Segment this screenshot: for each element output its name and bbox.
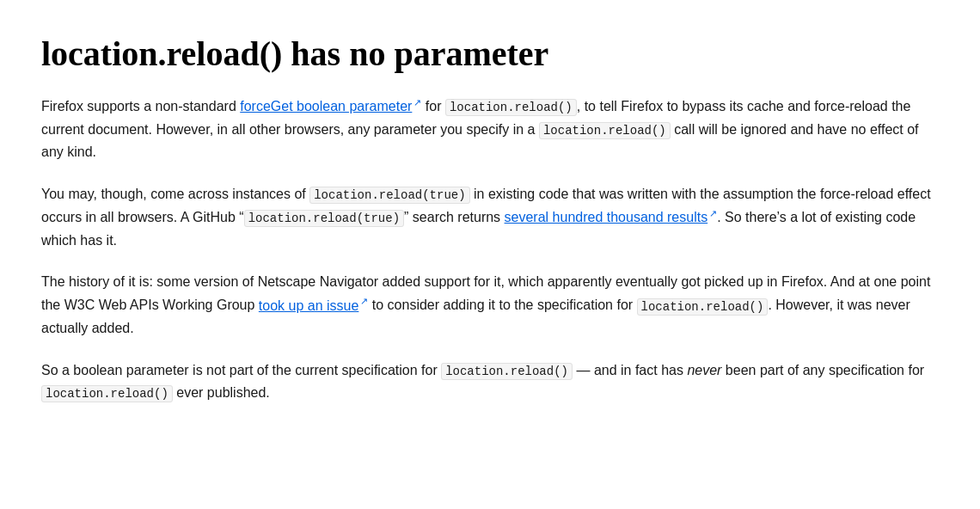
code-location-reload-1: location.reload()	[445, 99, 577, 116]
took-up-issue-link[interactable]: took up an issue↗	[259, 298, 369, 313]
paragraph-1: Firefox supports a non-standard forceGet…	[41, 95, 939, 164]
paragraph-3: The history of it is: some version of Ne…	[41, 271, 939, 340]
paragraph-4: So a boolean parameter is not part of th…	[41, 359, 939, 405]
code-location-reload-2: location.reload()	[539, 122, 671, 139]
external-link-icon-3: ↗	[360, 293, 368, 309]
paragraph-2: You may, though, come across instances o…	[41, 183, 939, 253]
code-location-reload-3: location.reload()	[637, 298, 769, 316]
never-emphasis: never	[687, 363, 721, 377]
external-link-icon-1: ↗	[413, 95, 421, 110]
code-location-reload-4: location.reload()	[441, 363, 573, 380]
external-link-icon-2: ↗	[709, 205, 717, 221]
content-area: Firefox supports a non-standard forceGet…	[41, 95, 939, 404]
code-location-reload-true-2: location.reload(true)	[244, 210, 404, 227]
page-title: location.reload() has no parameter	[41, 34, 939, 74]
forceget-link[interactable]: forceGet boolean parameter↗	[240, 99, 421, 113]
several-hundred-link[interactable]: several hundred thousand results↗	[505, 210, 718, 224]
code-location-reload-true-1: location.reload(true)	[309, 187, 469, 204]
code-location-reload-5: location.reload()	[41, 385, 173, 402]
